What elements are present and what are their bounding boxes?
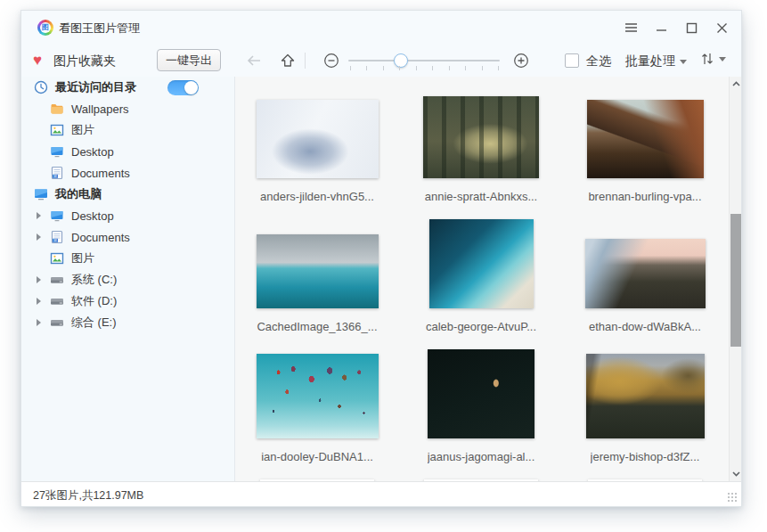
recent-toggle[interactable] (167, 80, 199, 95)
expand-arrow-icon[interactable] (37, 298, 41, 305)
thumbnail[interactable] (586, 354, 705, 438)
favorites-label[interactable]: 图片收藏夹 (53, 53, 116, 70)
image-filename: brennan-burling-vpa... (588, 190, 701, 203)
image-item[interactable]: brennan-burling-vpa... (563, 86, 727, 216)
image-item[interactable]: jeremy-bishop-d3fZ... (563, 346, 727, 476)
sidebar-item-drive-c[interactable]: 系统 (C:) (21, 269, 234, 291)
toolbar-separator (305, 53, 306, 69)
sidebar-recent-label: 最近访问的目录 (55, 79, 136, 95)
window-controls (622, 11, 730, 45)
thumbnail[interactable] (429, 219, 534, 308)
chevron-down-icon (719, 57, 726, 61)
thumbnail[interactable] (257, 100, 379, 178)
sidebar-item-label: 系统 (C:) (71, 272, 117, 288)
maximize-icon[interactable] (682, 19, 700, 37)
zoom-in-icon[interactable] (511, 51, 531, 70)
clock-icon (34, 80, 48, 94)
vertical-scrollbar[interactable] (729, 77, 741, 481)
window-title: 看图王图片管理 (59, 20, 140, 37)
sidebar-item-desktop-recent[interactable]: Desktop (21, 141, 234, 162)
select-all-checkbox[interactable] (565, 53, 579, 68)
computer-icon (34, 187, 48, 201)
image-item[interactable]: ian-dooley-DuBNA1... (235, 346, 399, 476)
export-button[interactable]: 一键导出 (157, 49, 221, 71)
toolbar: ♥ 图片收藏夹 一键导出 全选 批量处理 (21, 45, 741, 77)
close-icon[interactable] (713, 19, 730, 37)
svg-text:W: W (53, 239, 57, 242)
app-window: 看图王图片管理 ♥ 图片收藏夹 一键导出 (20, 10, 742, 507)
batch-process-label: 批量处理 (625, 53, 675, 68)
select-all-label[interactable]: 全选 (586, 53, 611, 70)
heart-icon: ♥ (33, 52, 42, 70)
thumbnail[interactable] (257, 234, 379, 308)
home-icon[interactable] (278, 51, 298, 70)
sidebar-item-label: 软件 (D:) (71, 293, 117, 309)
drive-icon (50, 294, 64, 308)
sidebar-item-documents[interactable]: W Documents (21, 226, 234, 248)
monitor-icon (50, 144, 64, 159)
back-icon[interactable] (244, 51, 264, 70)
document-icon: W (50, 230, 64, 244)
minimize-icon[interactable] (652, 19, 670, 37)
zoom-slider[interactable] (348, 60, 500, 61)
image-item[interactable]: caleb-george-AtvuP... (399, 216, 563, 346)
image-filename: jaanus-jagomagi-al... (428, 450, 535, 463)
sidebar-item-pictures-recent[interactable]: 图片 (21, 119, 234, 141)
status-bar: 27张图片,共121.97MB (21, 481, 741, 506)
drive-icon (50, 273, 64, 287)
thumbnail[interactable] (423, 96, 539, 178)
sidebar-item-drive-d[interactable]: 软件 (D:) (21, 291, 234, 312)
zoom-slider-ticks (350, 66, 500, 70)
drive-icon (50, 315, 64, 330)
image-filename: annie-spratt-Abnkxs... (425, 190, 537, 203)
image-item[interactable]: CachedImage_1366_... (235, 216, 399, 346)
sidebar-item-label: Wallpapers (71, 102, 129, 116)
zoom-out-icon[interactable] (322, 51, 341, 70)
image-item[interactable]: jaanus-jagomagi-al... (399, 346, 563, 476)
image-item[interactable]: annie-spratt-Abnkxs... (399, 86, 563, 216)
expand-arrow-icon[interactable] (37, 319, 41, 326)
scroll-down-icon[interactable] (730, 467, 741, 481)
thumbnail[interactable] (587, 100, 704, 178)
image-item[interactable]: anders-jilden-vhnG5... (235, 86, 399, 216)
image-filename: ethan-dow-dWaBkA... (589, 320, 701, 333)
sidebar-item-label: 图片 (71, 122, 94, 138)
sidebar-item-label: 综合 (E:) (71, 315, 117, 331)
sidebar-item-label: Documents (71, 167, 130, 180)
expand-arrow-icon[interactable] (37, 233, 41, 241)
chevron-down-icon (680, 60, 687, 64)
document-icon: W (50, 166, 64, 180)
sidebar-item-drive-e[interactable]: 综合 (E:) (21, 312, 234, 333)
sidebar-item-label: 图片 (71, 250, 94, 266)
app-logo-icon (37, 20, 53, 36)
sidebar-item-documents-recent[interactable]: W Documents (21, 162, 234, 184)
sidebar-item-wallpapers[interactable]: Wallpapers (21, 98, 234, 119)
picture-icon (50, 123, 64, 137)
image-filename: CachedImage_1366_... (257, 320, 377, 333)
sidebar-computer-label: 我的电脑 (55, 186, 102, 202)
sidebar-recent-header[interactable]: 最近访问的目录 (21, 77, 234, 98)
sort-dropdown[interactable] (700, 51, 726, 67)
scrollbar-thumb[interactable] (730, 214, 741, 347)
thumbnail[interactable] (428, 349, 534, 438)
expand-arrow-icon[interactable] (37, 212, 41, 219)
svg-text:W: W (53, 175, 57, 178)
resize-grip[interactable] (727, 492, 738, 503)
folder-icon (50, 102, 64, 116)
image-item[interactable]: ethan-dow-dWaBkA... (563, 216, 727, 346)
sidebar-item-desktop[interactable]: Desktop (21, 205, 234, 226)
menu-icon[interactable] (622, 19, 640, 37)
batch-process-dropdown[interactable]: 批量处理 (625, 53, 687, 70)
scroll-up-icon[interactable] (730, 77, 741, 91)
expand-arrow-icon[interactable] (37, 276, 41, 283)
thumbnail[interactable] (257, 354, 379, 438)
sidebar-item-label: Documents (71, 231, 130, 244)
picture-icon (50, 251, 64, 266)
image-filename: jeremy-bishop-d3fZ... (591, 450, 700, 463)
sidebar-item-pictures[interactable]: 图片 (21, 248, 234, 269)
thumbnail[interactable] (585, 239, 706, 308)
sidebar-item-label: Desktop (71, 209, 114, 223)
sort-icon (700, 51, 714, 67)
title-bar: 看图王图片管理 (21, 11, 741, 45)
sidebar-computer-header[interactable]: 我的电脑 (21, 184, 234, 205)
